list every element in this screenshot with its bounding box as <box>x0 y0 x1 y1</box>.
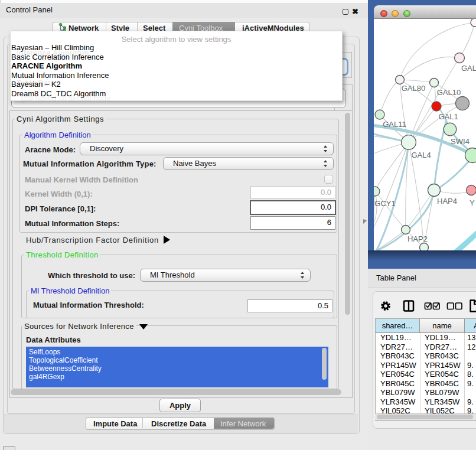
svg-text:GAL80: GAL80 <box>402 84 425 93</box>
svg-text:HAP2: HAP2 <box>407 234 428 243</box>
svg-text:Y: Y <box>470 198 475 207</box>
svg-text:SWI4: SWI4 <box>451 137 470 146</box>
svg-text:GAL4: GAL4 <box>411 151 431 159</box>
svg-text:GCY1: GCY1 <box>374 199 395 208</box>
svg-text:GAL7: GAL7 <box>461 64 476 73</box>
svg-text:GAL10: GAL10 <box>437 88 461 97</box>
svg-text:GAL11: GAL11 <box>383 120 406 129</box>
svg-text:HAP4: HAP4 <box>437 197 457 206</box>
svg-text:GAL1: GAL1 <box>438 112 458 121</box>
